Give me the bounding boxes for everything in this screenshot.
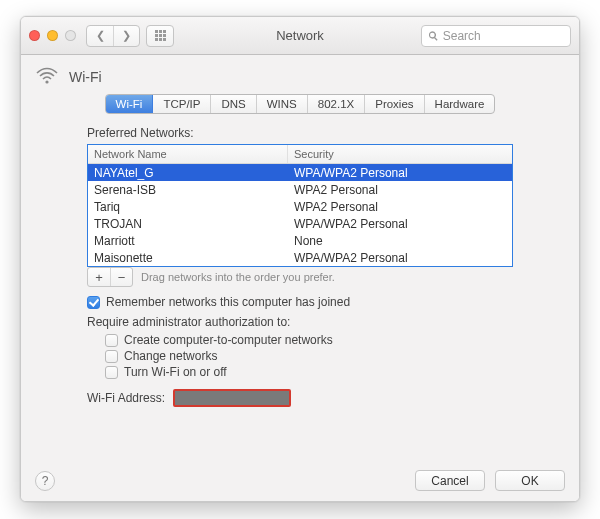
wifi-icon	[35, 65, 59, 88]
require-option-label: Create computer-to-computer networks	[124, 333, 333, 347]
tab-wins[interactable]: WINS	[257, 95, 308, 113]
remember-networks-checkbox[interactable]	[87, 296, 100, 309]
svg-point-0	[45, 80, 48, 83]
table-body: NAYAtel_GWPA/WPA2 PersonalSerena-ISBWPA2…	[88, 164, 512, 266]
minimize-window-button[interactable]	[47, 30, 58, 41]
cell-security: WPA2 Personal	[288, 200, 512, 214]
zoom-window-button	[65, 30, 76, 41]
table-row[interactable]: NAYAtel_GWPA/WPA2 Personal	[88, 164, 512, 181]
cell-security: WPA/WPA2 Personal	[288, 217, 512, 231]
network-advanced-window: ❮ ❯ Network Wi-Fi Wi-FiTCP/IPDNSWINS802.…	[20, 16, 580, 502]
tab-wi-fi[interactable]: Wi-Fi	[106, 95, 154, 113]
add-network-button[interactable]: +	[88, 268, 110, 286]
require-option[interactable]: Turn Wi-Fi on or off	[105, 365, 565, 379]
require-option-checkbox[interactable]	[105, 366, 118, 379]
tab-802-1x[interactable]: 802.1X	[308, 95, 365, 113]
table-row[interactable]: Serena-ISBWPA2 Personal	[88, 181, 512, 198]
tab-tcp-ip[interactable]: TCP/IP	[153, 95, 211, 113]
column-network-name[interactable]: Network Name	[88, 145, 288, 163]
cell-network-name: Marriott	[88, 234, 288, 248]
table-row[interactable]: MaisonetteWPA/WPA2 Personal	[88, 249, 512, 266]
cell-security: WPA/WPA2 Personal	[288, 166, 512, 180]
require-admin-options: Create computer-to-computer networksChan…	[105, 333, 565, 379]
remove-network-button[interactable]: −	[110, 268, 132, 286]
remember-networks-row[interactable]: Remember networks this computer has join…	[87, 295, 565, 309]
grid-icon	[155, 30, 166, 41]
cell-network-name: Serena-ISB	[88, 183, 288, 197]
require-admin-label: Require administrator authorization to:	[87, 315, 565, 329]
help-button[interactable]: ?	[35, 471, 55, 491]
interface-header: Wi-Fi	[35, 65, 565, 88]
close-window-button[interactable]	[29, 30, 40, 41]
table-row[interactable]: TariqWPA2 Personal	[88, 198, 512, 215]
tab-proxies[interactable]: Proxies	[365, 95, 424, 113]
cell-network-name: Tariq	[88, 200, 288, 214]
require-option-label: Turn Wi-Fi on or off	[124, 365, 227, 379]
show-all-button[interactable]	[146, 25, 174, 47]
cell-security: WPA2 Personal	[288, 183, 512, 197]
cell-network-name: NAYAtel_G	[88, 166, 288, 180]
tab-hardware[interactable]: Hardware	[425, 95, 495, 113]
add-remove-group: + −	[87, 267, 133, 287]
wifi-address-label: Wi-Fi Address:	[87, 391, 165, 405]
nav-buttons: ❮ ❯	[86, 25, 140, 47]
cancel-button[interactable]: Cancel	[415, 470, 485, 491]
drag-hint: Drag networks into the order you prefer.	[141, 271, 335, 283]
tabs: Wi-FiTCP/IPDNSWINS802.1XProxiesHardware	[35, 94, 565, 114]
ok-button[interactable]: OK	[495, 470, 565, 491]
back-button[interactable]: ❮	[87, 26, 113, 46]
cell-network-name: TROJAN	[88, 217, 288, 231]
require-option-checkbox[interactable]	[105, 334, 118, 347]
tab-dns[interactable]: DNS	[211, 95, 256, 113]
search-input[interactable]	[443, 29, 564, 43]
table-header: Network Name Security	[88, 145, 512, 164]
require-option[interactable]: Create computer-to-computer networks	[105, 333, 565, 347]
cell-security: None	[288, 234, 512, 248]
table-row[interactable]: TROJANWPA/WPA2 Personal	[88, 215, 512, 232]
interface-name: Wi-Fi	[69, 69, 102, 85]
content-area: Wi-Fi Wi-FiTCP/IPDNSWINS802.1XProxiesHar…	[21, 55, 579, 501]
wifi-address-value-redacted	[173, 389, 291, 407]
wifi-address-row: Wi-Fi Address:	[87, 389, 565, 407]
column-security[interactable]: Security	[288, 145, 512, 163]
preferred-networks-label: Preferred Networks:	[87, 126, 565, 140]
forward-button[interactable]: ❯	[113, 26, 139, 46]
search-icon	[428, 30, 439, 42]
window-controls	[29, 30, 76, 41]
require-option[interactable]: Change networks	[105, 349, 565, 363]
search-field-wrap[interactable]	[421, 25, 571, 47]
table-row[interactable]: MarriottNone	[88, 232, 512, 249]
preferred-networks-table[interactable]: Network Name Security NAYAtel_GWPA/WPA2 …	[87, 144, 513, 267]
remember-networks-label: Remember networks this computer has join…	[106, 295, 350, 309]
require-option-checkbox[interactable]	[105, 350, 118, 363]
titlebar: ❮ ❯ Network	[21, 17, 579, 55]
cell-network-name: Maisonette	[88, 251, 288, 265]
cell-security: WPA/WPA2 Personal	[288, 251, 512, 265]
require-option-label: Change networks	[124, 349, 217, 363]
add-remove-bar: + − Drag networks into the order you pre…	[87, 267, 513, 287]
footer: ? Cancel OK	[35, 470, 565, 491]
